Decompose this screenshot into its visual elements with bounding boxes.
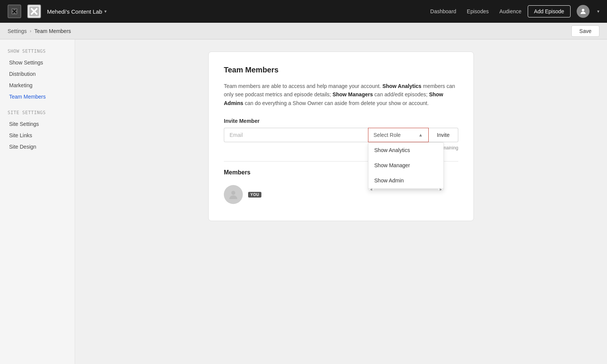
add-episode-button[interactable]: Add Episode: [528, 5, 571, 17]
avatar-chevron[interactable]: ▾: [597, 9, 599, 14]
sidebar-item-site-links[interactable]: Site Links: [6, 130, 69, 141]
invite-row: Select Role ▲ Show Analytics Show Manage…: [224, 128, 458, 142]
role-select-label: Select Role: [374, 132, 401, 138]
save-button[interactable]: Save: [571, 25, 599, 37]
role-option-analytics[interactable]: Show Analytics: [368, 143, 443, 158]
analytics-bold: Show Analytics: [382, 83, 421, 89]
invite-button[interactable]: Invite: [429, 128, 458, 142]
member-avatar: [224, 185, 243, 204]
invite-label: Invite Member: [224, 118, 458, 124]
nav-dashboard[interactable]: Dashboard: [430, 8, 456, 14]
svg-point-2: [582, 9, 585, 11]
card-title: Team Members: [224, 66, 458, 74]
breadcrumb-bar: Settings › Team Members Save: [0, 23, 607, 39]
role-option-admin[interactable]: Show Admin: [368, 173, 443, 188]
sidebar: Show Settings Show Settings Distribution…: [0, 39, 75, 364]
role-select-button[interactable]: Select Role ▲: [368, 128, 429, 142]
sidebar-item-team-members[interactable]: Team Members: [6, 91, 69, 102]
nav-links: Dashboard Episodes Audience: [430, 8, 521, 14]
scroll-left-icon[interactable]: ◀: [370, 188, 372, 191]
nav-episodes[interactable]: Episodes: [467, 8, 489, 14]
sidebar-item-site-design[interactable]: Site Design: [6, 141, 69, 152]
main-content: Team Members Team members are able to ac…: [75, 39, 607, 364]
breadcrumb-settings[interactable]: Settings: [8, 28, 27, 34]
avatar[interactable]: [577, 5, 590, 18]
sidebar-section-show-settings-label: Show Settings: [6, 49, 69, 54]
svg-point-3: [231, 191, 236, 195]
show-dropdown-chevron[interactable]: ▾: [104, 9, 107, 14]
breadcrumb-current: Team Members: [35, 28, 71, 34]
show-title[interactable]: Mehedi's Content Lab ▾: [47, 8, 107, 15]
sidebar-item-marketing[interactable]: Marketing: [6, 80, 69, 91]
nav-audience[interactable]: Audience: [499, 8, 521, 14]
sidebar-item-distribution[interactable]: Distribution: [6, 68, 69, 80]
sidebar-item-site-settings[interactable]: Site Settings: [6, 118, 69, 130]
email-input[interactable]: [224, 128, 368, 142]
scroll-right-icon[interactable]: ▶: [440, 188, 442, 191]
scroll-track: [374, 189, 438, 190]
managers-bold: Show Managers: [332, 91, 373, 97]
show-name-label: Mehedi's Content Lab: [47, 8, 102, 15]
logo-box-light: [27, 5, 41, 18]
top-nav: Mehedi's Content Lab ▾ Dashboard Episode…: [0, 0, 607, 23]
card-description: Team members are able to access and help…: [224, 82, 458, 107]
role-select-wrapper: Select Role ▲ Show Analytics Show Manage…: [368, 128, 429, 142]
role-chevron-up-icon: ▲: [418, 132, 423, 138]
role-option-manager[interactable]: Show Manager: [368, 158, 443, 173]
sidebar-item-show-settings[interactable]: Show Settings: [6, 57, 69, 68]
role-dropdown-scrollbar: ◀ ▶: [368, 188, 443, 190]
sidebar-section-site-settings-label: Site Settings: [6, 110, 69, 115]
main-layout: Show Settings Show Settings Distribution…: [0, 39, 607, 364]
content-card: Team Members Team members are able to ac…: [208, 52, 474, 221]
you-badge: YOU: [248, 192, 261, 198]
breadcrumb-separator: ›: [30, 28, 31, 34]
logo-box-dark: [8, 5, 21, 18]
breadcrumb: Settings › Team Members: [8, 28, 71, 34]
role-dropdown: Show Analytics Show Manager Show Admin ◀…: [368, 142, 444, 191]
